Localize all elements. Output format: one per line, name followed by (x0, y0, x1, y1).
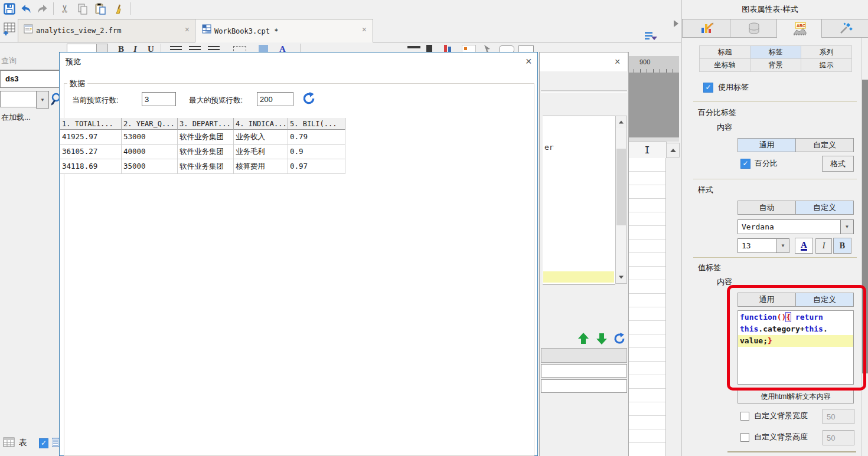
value-custom-button[interactable]: 自定义 (795, 293, 854, 307)
chart-object-partial[interactable] (628, 73, 679, 137)
bg-width-checkbox[interactable] (740, 412, 749, 421)
column-header[interactable]: 5. BILI(... (288, 118, 345, 130)
tab-close-icon[interactable]: × (185, 25, 190, 34)
nav-axis[interactable]: 坐标轴 (699, 58, 750, 72)
tab-analytics-view-2-frm[interactable]: analytics_view_2.frm × (18, 19, 196, 42)
align-center-icon[interactable] (189, 46, 201, 52)
tab-list-dropdown-icon[interactable] (644, 31, 658, 41)
align-right-icon[interactable] (208, 46, 220, 52)
column-header[interactable]: 1. TOTAL1... (60, 118, 122, 130)
search-field[interactable] (0, 91, 37, 107)
bold-icon[interactable]: B (118, 44, 124, 52)
dialog-scrollbar[interactable] (615, 116, 627, 284)
list-header-row[interactable] (541, 348, 627, 363)
column-header[interactable]: 4. INDICA... (234, 118, 288, 130)
max-rows-input[interactable] (257, 92, 293, 106)
canvas-scrollbar-track[interactable] (666, 158, 679, 456)
chevron-down-icon: ▼ (40, 97, 45, 103)
paste-icon[interactable] (94, 2, 107, 15)
close-icon[interactable]: × (526, 57, 532, 66)
font-combo-clipped[interactable] (67, 44, 97, 52)
nav-label-selected[interactable]: 标签 (750, 45, 801, 59)
tab-chart-data[interactable] (730, 19, 778, 38)
data-group-label: 数据 (67, 78, 87, 89)
panel-scrollbar-thumb[interactable] (862, 80, 868, 373)
move-up-icon[interactable] (577, 332, 590, 347)
italic-i-icon: I (823, 241, 825, 251)
font-family-dropdown-button[interactable]: ▼ (840, 219, 854, 234)
refresh-icon[interactable] (302, 91, 316, 107)
nav-title[interactable]: 标题 (699, 45, 750, 59)
save-icon[interactable] (3, 2, 16, 15)
clipped-icon (426, 45, 432, 52)
format-button[interactable]: 格式 (822, 156, 854, 172)
frm-file-icon (23, 24, 34, 36)
tab-workbook3-cpt[interactable]: WorkBook3.cpt * × (195, 19, 373, 42)
cell: 41925.97 (60, 130, 122, 145)
table-row: 34118.69 35000 软件业务集团 核算费用 0.97 (60, 159, 345, 174)
italic-button[interactable]: I (815, 238, 832, 254)
panel-collapse-icon[interactable] (674, 20, 678, 27)
list-row[interactable] (541, 379, 627, 393)
panel-scrollbar[interactable] (861, 38, 868, 456)
new-report-icon[interactable] (2, 21, 18, 37)
font-size-combo[interactable]: 13 (738, 238, 777, 253)
font-family-combo[interactable]: Verdana (738, 219, 841, 234)
font-color-button[interactable]: A (795, 238, 813, 254)
bg-height-row: 自定义背景高度 (740, 432, 808, 442)
tab-close-icon[interactable]: × (362, 25, 367, 34)
editor-area-partial[interactable]: er (543, 116, 615, 285)
italic-icon[interactable]: I (133, 44, 137, 52)
style-auto-button[interactable]: 自动 (738, 201, 796, 215)
border-icon[interactable] (233, 46, 246, 52)
tab-chart-special[interactable] (821, 19, 868, 38)
align-left-icon[interactable] (170, 46, 182, 52)
percent-custom-button[interactable]: 自定义 (795, 138, 854, 152)
refresh-icon[interactable] (613, 332, 626, 347)
copy-icon[interactable] (76, 2, 89, 15)
bold-button[interactable]: B (833, 238, 851, 254)
format-painter-icon[interactable] (112, 2, 125, 15)
undo-icon[interactable] (20, 2, 33, 15)
underline-icon[interactable]: U (148, 44, 154, 52)
dataset-name-field[interactable]: ds3 (0, 70, 64, 88)
dropdown-button[interactable]: ▼ (36, 91, 49, 109)
bg-height-checkbox[interactable] (740, 433, 749, 442)
scroll-down-button[interactable] (616, 271, 626, 283)
use-label-checkbox[interactable]: ✓ (703, 83, 713, 93)
font-combo-button-clipped[interactable] (96, 44, 108, 52)
close-icon[interactable]: × (615, 57, 620, 67)
list-row[interactable] (541, 364, 627, 378)
nav-series[interactable]: 系列 (801, 45, 852, 59)
scrollbar-thumb[interactable] (616, 149, 626, 225)
bg-height-input[interactable]: 50 (823, 430, 854, 445)
font-color-icon[interactable]: A (279, 44, 286, 52)
bg-width-input[interactable]: 50 (823, 409, 854, 424)
column-header[interactable]: 3. DEPART... (178, 118, 234, 130)
current-rows-input[interactable] (142, 92, 176, 106)
chart-properties-panel: 图表属性表-样式 ABC 标题 标签 系列 坐标轴 背景 提示 ✓ (681, 0, 868, 456)
column-header[interactable]: 2. YEAR_Q... (122, 118, 178, 130)
column-header[interactable]: I (628, 142, 667, 159)
nav-background[interactable]: 背景 (750, 58, 801, 72)
canvas-scroll-up-button[interactable] (666, 143, 680, 158)
table-checkbox[interactable]: ✓ (39, 438, 48, 448)
percent-checkbox[interactable]: ✓ (740, 159, 750, 169)
fill-color-icon[interactable] (259, 45, 268, 52)
font-size-dropdown-button[interactable]: ▼ (776, 238, 789, 253)
connection-icon[interactable] (50, 91, 60, 109)
value-general-button[interactable]: 通用 (738, 293, 796, 307)
nav-tooltip[interactable]: 提示 (801, 58, 852, 72)
cpt-file-icon (201, 24, 212, 36)
redo-icon[interactable] (35, 2, 48, 15)
move-down-icon[interactable] (595, 332, 608, 347)
spreadsheet-cells[interactable] (628, 158, 666, 456)
tab-chart-type[interactable] (682, 19, 731, 38)
cut-icon[interactable]: ✂ (58, 2, 71, 15)
tab-chart-style-selected[interactable]: ABC (776, 19, 823, 38)
scroll-up-button[interactable] (616, 116, 626, 128)
percent-general-button[interactable]: 通用 (738, 138, 796, 152)
style-custom-button[interactable]: 自定义 (795, 201, 854, 215)
value-label-code-editor[interactable]: function(){ return this.category+this. v… (738, 310, 854, 385)
html-parse-button[interactable]: 使用html解析文本内容 (738, 389, 854, 403)
